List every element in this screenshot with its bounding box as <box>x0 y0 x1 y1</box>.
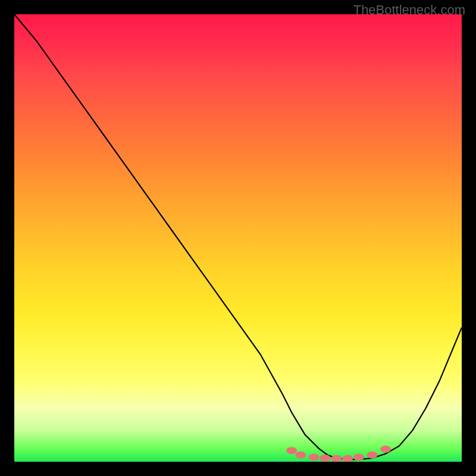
bead-dot <box>367 452 378 459</box>
bead-dot <box>380 446 391 453</box>
bead-dot <box>320 455 331 462</box>
bead-dot <box>286 447 297 454</box>
bead-dot <box>295 452 306 459</box>
chart-svg <box>14 14 462 462</box>
watermark-text: TheBottleneck.com <box>353 2 465 18</box>
plot-area <box>14 14 462 462</box>
bead-dot <box>342 455 353 462</box>
bottleneck-curve <box>14 14 462 459</box>
bead-dot <box>309 454 320 461</box>
bead-dot <box>331 455 342 462</box>
optimal-range-beads <box>286 446 391 462</box>
bead-dot <box>353 454 364 461</box>
